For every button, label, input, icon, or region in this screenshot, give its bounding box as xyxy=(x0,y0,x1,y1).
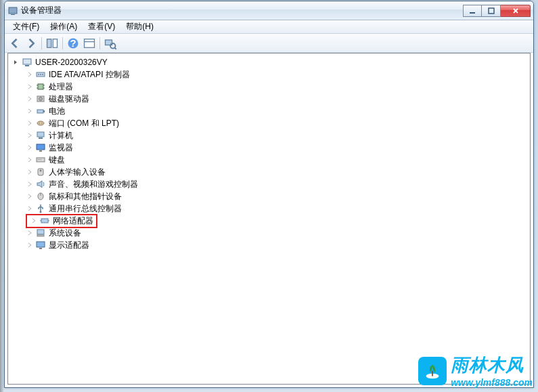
svg-point-18 xyxy=(42,74,43,75)
watermark-url: www.ylmf888.com xyxy=(451,377,533,388)
expand-icon[interactable] xyxy=(30,217,38,225)
help-button[interactable]: ? xyxy=(66,36,81,51)
expand-icon[interactable] xyxy=(26,119,34,127)
maximize-button[interactable] xyxy=(482,5,501,17)
tree-item[interactable]: 处理器 xyxy=(9,81,529,93)
tree-item-label: 系统设备 xyxy=(49,227,81,239)
expand-icon[interactable] xyxy=(26,144,34,152)
expand-icon[interactable] xyxy=(26,83,34,91)
svg-rect-47 xyxy=(37,230,44,234)
expand-icon[interactable] xyxy=(26,107,34,115)
tree-item[interactable]: 声音、视频和游戏控制器 xyxy=(9,178,529,190)
window-title: 设备管理器 xyxy=(21,5,463,16)
svg-rect-3 xyxy=(489,8,494,14)
svg-rect-50 xyxy=(39,248,42,249)
expand-icon[interactable] xyxy=(26,168,34,176)
tree-item-label: 人体学输入设备 xyxy=(49,167,106,178)
tree-item[interactable]: 人体学输入设备 xyxy=(9,166,529,178)
tree-root-label: USER-20200326VY xyxy=(35,58,108,67)
computer-icon xyxy=(22,57,32,68)
expand-icon[interactable] xyxy=(26,70,34,79)
tree-item-label: 监视器 xyxy=(49,142,73,154)
tree-item[interactable]: 鼠标和其他指针设备 xyxy=(9,190,529,202)
expand-icon[interactable] xyxy=(26,180,34,188)
svg-point-30 xyxy=(41,123,43,124)
svg-rect-33 xyxy=(37,144,45,150)
system-icon xyxy=(35,227,46,238)
tree-item-label: 网络适配器 xyxy=(53,215,93,227)
svg-rect-2 xyxy=(470,12,475,14)
svg-rect-52 xyxy=(432,371,433,376)
monitor-icon xyxy=(35,142,46,153)
watermark-title: 雨林木风 xyxy=(451,353,524,377)
tree-item-label: 端口 (COM 和 LPT) xyxy=(49,118,119,129)
svg-rect-0 xyxy=(9,7,17,14)
sound-icon xyxy=(35,179,46,190)
toolbar: ? xyxy=(5,34,533,53)
svg-rect-19 xyxy=(38,84,43,89)
collapse-icon[interactable] xyxy=(12,58,20,66)
tree-item[interactable]: 监视器 xyxy=(9,141,529,154)
svg-rect-14 xyxy=(25,65,29,66)
tree-item-label: 显示适配器 xyxy=(49,240,89,251)
network-icon xyxy=(39,215,50,226)
titlebar[interactable]: 设备管理器 xyxy=(5,1,533,20)
watermark-icon xyxy=(418,357,447,385)
menu-file[interactable]: 文件(F) xyxy=(7,20,45,34)
forward-button[interactable] xyxy=(24,36,39,51)
tree-item-label: 通用串行总线控制器 xyxy=(49,203,122,215)
tree-item[interactable]: 显示适配器 xyxy=(9,239,529,251)
expand-icon[interactable] xyxy=(26,95,34,103)
separator xyxy=(41,37,42,49)
display-icon xyxy=(35,240,46,251)
tree-panel[interactable]: USER-20200326VY IDE ATA/ATAPI 控制器处理器磁盘驱动… xyxy=(7,53,531,385)
device-tree: USER-20200326VY IDE ATA/ATAPI 控制器处理器磁盘驱动… xyxy=(8,53,530,254)
expand-icon[interactable] xyxy=(26,241,34,249)
tree-item[interactable]: 端口 (COM 和 LPT) xyxy=(9,117,529,129)
svg-point-17 xyxy=(40,74,41,75)
svg-rect-4 xyxy=(47,39,51,47)
expand-icon[interactable] xyxy=(26,204,34,213)
menu-action[interactable]: 操作(A) xyxy=(45,20,83,34)
tree-item[interactable]: 键盘 xyxy=(9,154,529,166)
tree-item[interactable]: 通用串行总线控制器 xyxy=(9,202,529,215)
back-button[interactable] xyxy=(7,36,22,51)
tree-item[interactable]: 网络适配器 xyxy=(9,215,529,227)
svg-rect-8 xyxy=(85,39,95,47)
expand-icon[interactable] xyxy=(26,229,34,237)
svg-point-25 xyxy=(39,97,43,101)
svg-text:?: ? xyxy=(70,37,76,49)
usb-icon xyxy=(35,203,46,214)
svg-rect-5 xyxy=(53,39,57,47)
svg-line-12 xyxy=(114,47,116,49)
tree-item-label: 处理器 xyxy=(49,81,73,93)
svg-rect-36 xyxy=(38,159,39,160)
svg-rect-49 xyxy=(37,242,45,247)
scan-button[interactable] xyxy=(103,36,118,51)
properties-button[interactable] xyxy=(82,36,97,51)
expand-icon[interactable] xyxy=(26,156,34,164)
tree-root[interactable]: USER-20200326VY xyxy=(9,56,529,68)
tree-item[interactable]: 磁盘驱动器 xyxy=(9,93,529,105)
menubar: 文件(F) 操作(A) 查看(V) 帮助(H) xyxy=(5,20,533,34)
minimize-button[interactable] xyxy=(463,5,482,17)
separator xyxy=(99,37,100,49)
tree-item[interactable]: 系统设备 xyxy=(9,227,529,239)
tree-item[interactable]: 电池 xyxy=(9,105,529,117)
svg-rect-37 xyxy=(39,159,40,160)
tree-item[interactable]: 计算机 xyxy=(9,129,529,141)
computer-icon xyxy=(35,130,46,141)
tree-item[interactable]: IDE ATA/ATAPI 控制器 xyxy=(9,68,529,81)
disk-icon xyxy=(35,93,46,104)
svg-rect-31 xyxy=(37,132,44,137)
svg-rect-13 xyxy=(23,59,31,64)
menu-view[interactable]: 查看(V) xyxy=(83,20,120,34)
show-hide-button[interactable] xyxy=(45,36,60,51)
menu-help[interactable]: 帮助(H) xyxy=(120,20,159,34)
close-button[interactable] xyxy=(501,5,531,17)
device-manager-window: 设备管理器 文件(F) 操作(A) 查看(V) 帮助(H) ? USER-202… xyxy=(4,1,534,388)
expand-icon[interactable] xyxy=(26,131,34,139)
svg-point-29 xyxy=(39,123,40,124)
expand-icon[interactable] xyxy=(26,192,34,200)
watermark: 雨林木风 www.ylmf888.com xyxy=(418,353,533,388)
